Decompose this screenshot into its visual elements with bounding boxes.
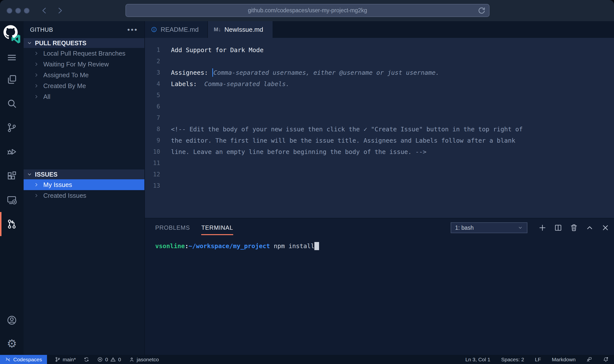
editor-line: 7 (145, 112, 614, 123)
editor-line: 5 (145, 90, 614, 101)
tree-item-all[interactable]: All (24, 91, 144, 102)
close-panel-icon[interactable] (601, 224, 610, 232)
debug-button[interactable] (0, 140, 24, 164)
window-close-button[interactable] (7, 8, 12, 14)
chevron-right-icon (33, 50, 39, 56)
search-icon (6, 98, 17, 109)
remote-icon (5, 357, 11, 363)
sync-status[interactable] (84, 357, 89, 362)
source-control-icon (6, 122, 17, 133)
source-control-button[interactable] (0, 116, 24, 140)
extensions-icon (6, 170, 17, 181)
tab-problems[interactable]: PROBLEMS (155, 224, 190, 235)
tree-item-created-by-me[interactable]: Created By Me (24, 80, 144, 91)
chevron-right-icon (33, 61, 39, 67)
user-status[interactable]: jasonetco (129, 357, 159, 363)
chevron-right-icon (33, 83, 39, 89)
back-icon[interactable] (40, 6, 49, 15)
terminal-path: ~/workspace/my_project (188, 243, 270, 250)
settings-gear-icon: ⚙ (7, 338, 17, 349)
chevron-down-icon (27, 40, 32, 46)
editor-line: 11 (145, 157, 614, 169)
tree-item-my-issues[interactable]: My Issues (24, 179, 144, 190)
section-pull-requests[interactable]: PULL REQUESTS (24, 38, 144, 48)
address-bar[interactable]: github.com/codespaces/user-my-project-mg… (125, 4, 490, 17)
maximize-panel-icon[interactable] (585, 224, 594, 232)
sidebar: GITHUB ••• PULL REQUESTS Local Pull Requ… (24, 21, 145, 355)
editor-tab-bar: README.md M↓ NewIssue.md (145, 21, 614, 38)
browser-chrome: github.com/codespaces/user-my-project-mg… (0, 0, 614, 21)
codespaces-logo (0, 21, 24, 48)
chevron-down-icon (27, 171, 32, 177)
bell-icon (603, 357, 609, 362)
reload-icon[interactable] (478, 7, 486, 15)
split-terminal-icon[interactable] (554, 224, 562, 232)
browser-window: github.com/codespaces/user-my-project-mg… (0, 0, 614, 364)
tab-newissue[interactable]: M↓ NewIssue.md (208, 21, 273, 38)
tree-item-local-pull-request-branches[interactable]: Local Pull Request Branches (24, 48, 144, 59)
chevron-right-icon (33, 193, 39, 198)
markdown-icon: M↓ (214, 26, 221, 33)
window-minimize-button[interactable] (15, 8, 21, 14)
search-button[interactable] (0, 91, 24, 116)
remote-indicator[interactable]: Codespaces (0, 355, 47, 364)
new-terminal-icon[interactable] (538, 224, 547, 232)
text-cursor (212, 68, 213, 77)
cursor-position-status[interactable]: Ln 3, Col 1 (465, 357, 491, 363)
person-icon (129, 357, 135, 362)
sync-icon (84, 357, 89, 362)
remote-explorer-button[interactable] (0, 188, 24, 212)
account-button[interactable] (0, 308, 24, 332)
github-pullrequest-icon (6, 219, 17, 229)
editor-line: 10line. Leave an empty line before begin… (145, 146, 614, 157)
kill-terminal-icon[interactable] (570, 224, 578, 232)
tree-item-waiting-for-my-review[interactable]: Waiting For My Review (24, 59, 144, 70)
explorer-icon (6, 74, 17, 85)
remote-explorer-icon (6, 195, 17, 205)
terminal-user: vsonline (155, 243, 185, 250)
info-icon (151, 26, 157, 33)
tab-readme[interactable]: README.md (145, 21, 208, 38)
editor-line: 9the editor. The first line will be the … (145, 135, 614, 146)
editor-line: 12 (145, 169, 614, 180)
git-branch-icon (55, 357, 61, 362)
url-text: github.com/codespaces/user-my-project-mg… (248, 7, 367, 14)
extensions-button[interactable] (0, 164, 24, 188)
section-issues[interactable]: ISSUES (24, 169, 144, 179)
terminal-command: npm install (270, 243, 315, 250)
feedback-icon (586, 357, 592, 362)
tree-item-assigned-to-me[interactable]: Assigned To Me (24, 70, 144, 80)
editor-line: 3Assignees: Comma-separated usernames, e… (145, 67, 614, 78)
bottom-panel: PROBLEMS TERMINAL 1: bash vsonline:~/wor… (145, 218, 614, 355)
terminal-shell-select[interactable]: 1: bash (451, 222, 527, 233)
menu-icon (6, 52, 17, 63)
indentation-status[interactable]: Spaces: 2 (501, 357, 524, 363)
language-mode-status[interactable]: Markdown (552, 357, 576, 363)
explorer-button[interactable] (0, 67, 24, 91)
sidebar-title: GITHUB (30, 26, 53, 33)
editor-line: 4Labels: Comma-separated labels. (145, 78, 614, 90)
eol-status[interactable]: LF (535, 357, 541, 363)
chevron-right-icon (33, 72, 39, 78)
status-bar: Codespaces main* 0 0 jasonetco Ln 3, Col… (0, 355, 614, 364)
branch-status[interactable]: main* (55, 357, 76, 363)
chevron-right-icon (33, 182, 39, 188)
activity-bar: ⚙ (0, 21, 24, 355)
github-pullrequest-button[interactable] (0, 212, 24, 236)
problems-status[interactable]: 0 0 (97, 357, 121, 363)
editor-line: 8<!-- Edit the body of your new issue th… (145, 123, 614, 135)
terminal-cursor (314, 242, 319, 250)
tree-item-created-issues[interactable]: Created Issues (24, 190, 144, 201)
window-controls (7, 8, 30, 14)
editor[interactable]: 1Add Support for Dark Mode 2 3Assignees:… (145, 38, 614, 218)
terminal-prompt[interactable]: vsonline:~/workspace/my_project npm inst… (155, 242, 614, 250)
window-zoom-button[interactable] (24, 8, 30, 14)
tab-terminal[interactable]: TERMINAL (201, 224, 233, 235)
notifications-button[interactable] (603, 357, 609, 362)
feedback-button[interactable] (586, 357, 592, 362)
menu-button[interactable] (0, 48, 24, 67)
settings-button[interactable]: ⚙ (0, 332, 24, 355)
editor-line: 2 (145, 56, 614, 67)
forward-icon[interactable] (56, 6, 64, 15)
editor-line: 13 (145, 180, 614, 191)
